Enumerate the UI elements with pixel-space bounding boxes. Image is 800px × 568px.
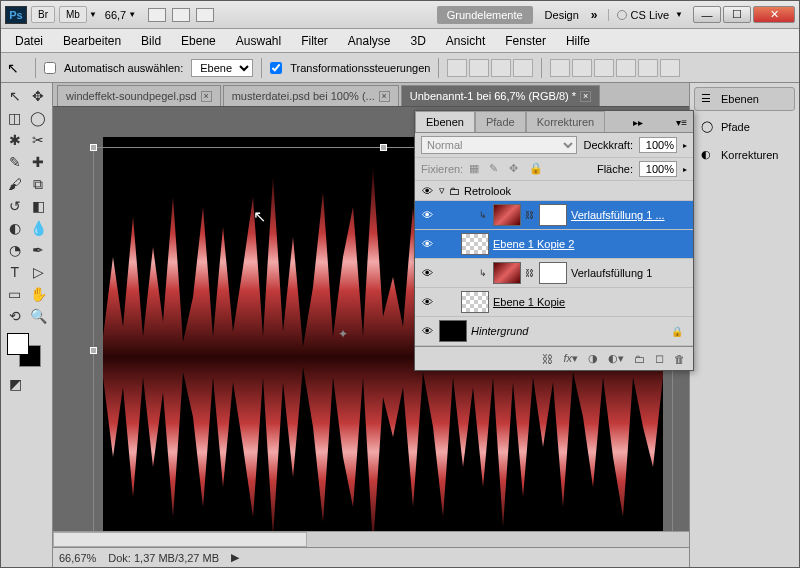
distribute-icon[interactable] <box>660 59 680 77</box>
visibility-icon[interactable]: 👁 <box>419 209 435 221</box>
visibility-icon[interactable]: 👁 <box>419 238 435 250</box>
transform-checkbox[interactable] <box>270 62 282 74</box>
menu-analyse[interactable]: Analyse <box>340 31 399 51</box>
distribute-icon[interactable] <box>572 59 592 77</box>
history-tool[interactable]: ↺ <box>3 195 27 217</box>
crop-tool[interactable]: ✂ <box>27 129 51 151</box>
doc-tab[interactable]: windeffekt-soundpegel.psd× <box>57 85 221 106</box>
menu-ebene[interactable]: Ebene <box>173 31 224 51</box>
hand-tool[interactable]: ✋ <box>27 283 51 305</box>
distribute-icon[interactable] <box>638 59 658 77</box>
layer-thumb[interactable] <box>461 291 489 313</box>
panel-button-ebenen[interactable]: ☰Ebenen <box>694 87 795 111</box>
marquee-tool[interactable]: ◫ <box>3 107 27 129</box>
visibility-icon[interactable]: 👁 <box>419 325 435 337</box>
move-tool-icon[interactable]: ↖ <box>7 60 27 76</box>
fx-icon[interactable]: fx▾ <box>563 352 578 365</box>
align-icon[interactable] <box>513 59 533 77</box>
fill-input[interactable] <box>639 161 677 177</box>
menu-filter[interactable]: Filter <box>293 31 336 51</box>
lock-all-icon[interactable]: 🔒 <box>529 162 543 176</box>
workspace-more-icon[interactable]: » <box>591 8 598 22</box>
layer-thumb[interactable] <box>461 233 489 255</box>
layer-thumb[interactable] <box>493 262 521 284</box>
doc-tab-active[interactable]: Unbenannt-1 bei 66,7% (RGB/8) *× <box>401 85 600 106</box>
disclosure-icon[interactable]: ▿ <box>439 184 445 197</box>
path-tool[interactable]: ▷ <box>27 261 51 283</box>
mask-icon[interactable]: ◑ <box>588 352 598 365</box>
maximize-button[interactable]: ☐ <box>723 6 751 23</box>
pen-tool[interactable]: ✒ <box>27 239 51 261</box>
align-icon[interactable] <box>491 59 511 77</box>
visibility-icon[interactable]: 👁 <box>419 185 435 197</box>
screenmode-icon[interactable] <box>172 8 190 22</box>
autoselect-mode[interactable]: Ebene <box>191 59 253 77</box>
brush-tool[interactable]: 🖌 <box>3 173 27 195</box>
distribute-icon[interactable] <box>616 59 636 77</box>
layer-thumb[interactable] <box>493 204 521 226</box>
minimize-button[interactable]: — <box>693 6 721 23</box>
panel-menu-icon[interactable]: ▾≡ <box>670 113 693 132</box>
mask-thumb[interactable] <box>539 262 567 284</box>
panel-button-pfade[interactable]: ◯Pfade <box>694 115 795 139</box>
layer-name[interactable]: Verlaufsfüllung 1 ... <box>571 209 689 221</box>
hscrollbar[interactable] <box>53 531 689 547</box>
panel-collapse-icon[interactable]: ▸▸ <box>627 113 649 132</box>
rotate-tool[interactable]: ⟲ <box>3 305 27 327</box>
visibility-icon[interactable]: 👁 <box>419 296 435 308</box>
visibility-icon[interactable]: 👁 <box>419 267 435 279</box>
eyedropper-tool[interactable]: ✎ <box>3 151 27 173</box>
panel-tab-pfade[interactable]: Pfade <box>475 111 526 132</box>
layer-row[interactable]: 👁 Ebene 1 Kopie 2 <box>415 230 693 259</box>
align-icon[interactable] <box>469 59 489 77</box>
blur-tool[interactable]: 💧 <box>27 217 51 239</box>
lock-brush-icon[interactable]: ✎ <box>489 162 503 176</box>
dropdown-icon[interactable]: ▼ <box>128 10 136 19</box>
extras-icon[interactable] <box>196 8 214 22</box>
dropdown-icon[interactable]: ▸ <box>683 141 687 150</box>
distribute-icon[interactable] <box>550 59 570 77</box>
layer-row[interactable]: 👁 Ebene 1 Kopie <box>415 288 693 317</box>
menu-fenster[interactable]: Fenster <box>497 31 554 51</box>
close-icon[interactable]: × <box>379 91 390 102</box>
blend-mode-select[interactable]: Normal <box>421 136 577 154</box>
stamp-tool[interactable]: ⧉ <box>27 173 51 195</box>
close-button[interactable]: ✕ <box>753 6 795 23</box>
shape-tool[interactable]: ▭ <box>3 283 27 305</box>
zoom-tool[interactable]: 🔍 <box>27 305 51 327</box>
layer-row[interactable]: 👁 ↳ ⛓ Verlaufsfüllung 1 <box>415 259 693 288</box>
bridge-button[interactable]: Br <box>31 6 55 23</box>
workspace-other[interactable]: Design <box>537 6 587 24</box>
move-tool-alt[interactable]: ✥ <box>27 85 51 107</box>
layer-name[interactable]: Ebene 1 Kopie <box>493 296 689 308</box>
adjustment-icon[interactable]: ◐▾ <box>608 352 624 365</box>
autoselect-checkbox[interactable] <box>44 62 56 74</box>
quickmask-tool[interactable]: ◩ <box>3 373 27 395</box>
menu-datei[interactable]: Datei <box>7 31 51 51</box>
panel-tab-ebenen[interactable]: Ebenen <box>415 111 475 132</box>
lock-pixels-icon[interactable]: ▦ <box>469 162 483 176</box>
layer-group[interactable]: 👁 ▿ 🗀 Retrolook <box>415 181 693 201</box>
menu-ansicht[interactable]: Ansicht <box>438 31 493 51</box>
opacity-input[interactable] <box>639 137 677 153</box>
wand-tool[interactable]: ✱ <box>3 129 27 151</box>
menu-auswahl[interactable]: Auswahl <box>228 31 289 51</box>
lasso-tool[interactable]: ◯ <box>27 107 51 129</box>
zoom-level[interactable]: 66,7 <box>105 9 126 21</box>
layer-row[interactable]: 👁 ↳ ⛓ Verlaufsfüllung 1 ... <box>415 201 693 230</box>
new-layer-icon[interactable]: ◻ <box>655 352 664 365</box>
mask-thumb[interactable] <box>539 204 567 226</box>
panel-tab-korrekturen[interactable]: Korrekturen <box>526 111 605 132</box>
status-arrow-icon[interactable]: ▶ <box>231 551 239 564</box>
align-icon[interactable] <box>447 59 467 77</box>
layer-name[interactable]: Ebene 1 Kopie 2 <box>493 238 689 250</box>
status-doc[interactable]: Dok: 1,37 MB/3,27 MB <box>108 552 219 564</box>
dropdown-icon[interactable]: ▸ <box>683 165 687 174</box>
dodge-tool[interactable]: ◔ <box>3 239 27 261</box>
distribute-icon[interactable] <box>594 59 614 77</box>
gradient-tool[interactable]: ◐ <box>3 217 27 239</box>
color-swatch[interactable] <box>7 333 41 367</box>
status-zoom[interactable]: 66,67% <box>59 552 96 564</box>
dropdown-icon[interactable]: ▼ <box>89 10 97 19</box>
heal-tool[interactable]: ✚ <box>27 151 51 173</box>
